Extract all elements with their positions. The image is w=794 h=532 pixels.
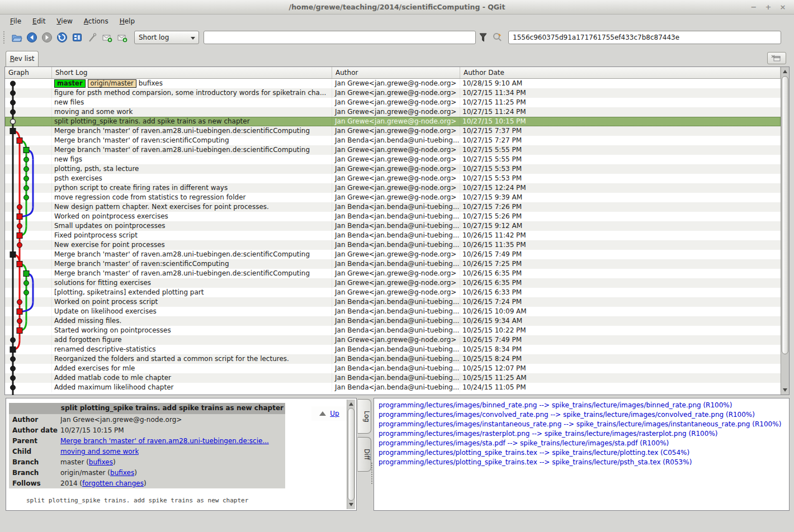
detail-link[interactable]: forgotten changes [82, 479, 144, 487]
rev-row[interactable]: new filesJan Grewe<jan.grewe@g-node.org>… [5, 98, 781, 107]
sha-input[interactable] [508, 31, 781, 44]
up-link[interactable]: Up [330, 410, 339, 417]
rev-row[interactable]: solutions for fitting exercisesJan Grewe… [5, 278, 781, 288]
view-panes-button[interactable] [69, 30, 84, 45]
column-header-author-date[interactable]: Author Date [460, 67, 781, 78]
column-header-author[interactable]: Author [332, 67, 460, 78]
rev-row[interactable]: Added maximum likelihood chapterJan Bend… [5, 383, 781, 392]
short-log-cell: [plotting, spiketrains] extended plottin… [52, 288, 332, 297]
rev-row[interactable]: Update on likelihood exercisesJan Benda<… [5, 307, 781, 316]
rev-row[interactable]: Added missing files.Jan Benda<jan.benda@… [5, 316, 781, 326]
rev-row[interactable]: psth exercisesJan Grewe<jan.grewe@g-node… [5, 174, 781, 183]
file-rename-line[interactable]: programming/lectures/images/convolved_ra… [379, 410, 789, 420]
file-rename-line[interactable]: programming/lectures/images/rasterplot.p… [379, 429, 789, 439]
detail-link[interactable]: Merge branch 'master' of raven.am28.uni-… [60, 437, 269, 445]
close-icon[interactable]: × [778, 3, 787, 12]
save-patch-button[interactable] [100, 30, 115, 45]
forward-button[interactable] [39, 30, 54, 45]
rev-row[interactable]: Merge branch 'master' of raven.am28.uni-… [5, 126, 781, 136]
rev-row[interactable]: Merge branch 'master' of raven:scientifi… [5, 259, 781, 269]
rev-row[interactable]: Merge branch 'master' of raven.am28.uni-… [5, 250, 781, 259]
find-sha-button[interactable] [490, 31, 505, 44]
file-rename-line[interactable]: programming/lectures/images/sta.pdf --> … [379, 439, 789, 448]
rev-row[interactable]: add forgotten figureJan Grewe<jan.grewe@… [5, 335, 781, 345]
short-log-cell: Fixed pointprocess script [52, 231, 332, 240]
rev-row[interactable]: renamed descriptive-statisticsJan Benda<… [5, 345, 781, 354]
rev-row[interactable]: Merge branch 'master' of raven:scientifi… [5, 136, 781, 145]
tab-diff[interactable]: Diff [357, 437, 371, 472]
file-rename-line[interactable]: programming/lectures/images/instantaneou… [379, 420, 789, 429]
rev-row[interactable]: Started working on pointprocessesJan Ben… [5, 326, 781, 335]
short-log-cell: split plotting_spike trains. add spike t… [52, 117, 332, 126]
rev-row[interactable]: Small updates on pointprocessesJan Benda… [5, 221, 781, 231]
graph-cell [5, 307, 52, 316]
scroll-down-button[interactable] [781, 386, 789, 394]
refresh-button[interactable] [54, 30, 69, 45]
author-cell: Jan Grewe<jan.grewe@g-node.org> [332, 174, 460, 183]
detail-scrollbar[interactable] [347, 400, 355, 509]
menu-edit[interactable]: Edit [27, 16, 51, 27]
short-log-cell: plotting, psth, sta lecture [52, 164, 332, 174]
tab-log[interactable]: Log [357, 399, 371, 434]
rev-list-scrollbar[interactable] [781, 67, 789, 395]
rev-row[interactable]: New exercise for point processesJan Bend… [5, 240, 781, 250]
scrollbar-thumb[interactable] [782, 76, 788, 354]
detach-tab-button[interactable] [767, 52, 786, 64]
rev-row[interactable]: Worked on point process scriptJan Benda<… [5, 297, 781, 307]
graph-cell [5, 155, 52, 164]
rev-row[interactable]: python script to create firing rates in … [5, 183, 781, 193]
detail-scroll-up-button[interactable] [347, 400, 355, 408]
column-header-graph[interactable]: Graph [5, 67, 52, 78]
open-repo-button[interactable] [9, 30, 24, 45]
rev-row[interactable]: Added exercises for mleJan Benda<jan.ben… [5, 364, 781, 373]
scroll-up-button[interactable] [781, 68, 789, 75]
detail-field-row: Branchmaster (bufixes) [9, 457, 285, 467]
detail-link[interactable]: bufixes [89, 458, 113, 466]
rev-row[interactable]: split plotting_spike trains. add spike t… [5, 117, 781, 126]
detail-link[interactable]: moving and some work [60, 448, 139, 455]
rev-row[interactable]: masterorigin/masterbufixesJan Grewe<jan.… [5, 79, 781, 88]
menu-file[interactable]: File [4, 16, 27, 27]
column-header-short-log[interactable]: Short Log [52, 67, 332, 78]
menu-view[interactable]: View [51, 16, 78, 27]
splitter-handle[interactable] [371, 463, 373, 484]
rev-row[interactable]: Worked on pointprocess exercisesJan Bend… [5, 212, 781, 221]
author-date-cell: 10/26/15 11:42 PM [460, 231, 781, 240]
rev-row[interactable]: [plotting, spiketrains] extended plottin… [5, 288, 781, 297]
graph-cell [5, 316, 52, 326]
rev-row[interactable]: Fixed pointprocess scriptJan Benda<jan.b… [5, 231, 781, 240]
menu-help[interactable]: Help [114, 16, 140, 27]
menu-actions[interactable]: Actions [78, 16, 114, 27]
file-rename-line[interactable]: programming/lectures/plotting_spike_trai… [379, 458, 789, 467]
minimize-icon[interactable]: − [749, 3, 758, 12]
rev-row[interactable]: Added matlab code to mle chapterJan Bend… [5, 373, 781, 383]
rev-row[interactable]: new figsJan Grewe<jan.grewe@g-node.org>1… [5, 155, 781, 164]
detail-text: ) [134, 469, 137, 477]
rev-row[interactable]: move regression code from statistics to … [5, 193, 781, 202]
rev-row[interactable]: figure for psth method comparsion, some … [5, 88, 781, 98]
rev-row[interactable]: moving and some workJan Grewe<jan.grewe@… [5, 107, 781, 117]
pin-button[interactable] [84, 30, 100, 45]
tab-rev-list[interactable]: Rev list [6, 51, 39, 67]
graph-cell [5, 117, 52, 126]
back-button[interactable] [24, 30, 39, 45]
rev-row[interactable]: Merge branch 'master' of raven.am28.uni-… [5, 145, 781, 155]
toolbar-handle[interactable] [3, 31, 6, 44]
detail-scroll-down-button[interactable] [347, 501, 355, 509]
detail-link[interactable]: bufixes [110, 469, 134, 477]
author-date-cell: 10/28/15 9:10 AM [460, 79, 781, 88]
file-rename-line[interactable]: programming/lectures/images/binned_rate.… [379, 401, 789, 410]
apply-patch-button[interactable] [115, 30, 130, 45]
detail-scrollbar-thumb[interactable] [348, 408, 355, 501]
author-date-cell: 10/25/15 10:22 PM [460, 326, 781, 335]
rev-row[interactable]: Reorganized the folders and started a co… [5, 354, 781, 364]
file-rename-line[interactable]: programming/lectures/plotting_spike_trai… [379, 448, 789, 458]
maximize-icon[interactable]: + [764, 3, 773, 12]
filter-highlight-button[interactable] [476, 31, 490, 44]
log-view-select[interactable]: Short log [134, 31, 199, 44]
filter-input[interactable] [204, 31, 476, 44]
rev-row[interactable]: New design pattern chapter. Next exercis… [5, 202, 781, 212]
graph-cell [5, 364, 52, 373]
rev-row[interactable]: plotting, psth, sta lectureJan Grewe<jan… [5, 164, 781, 174]
rev-row[interactable]: Merge branch 'master' of raven.am28.uni-… [5, 269, 781, 278]
